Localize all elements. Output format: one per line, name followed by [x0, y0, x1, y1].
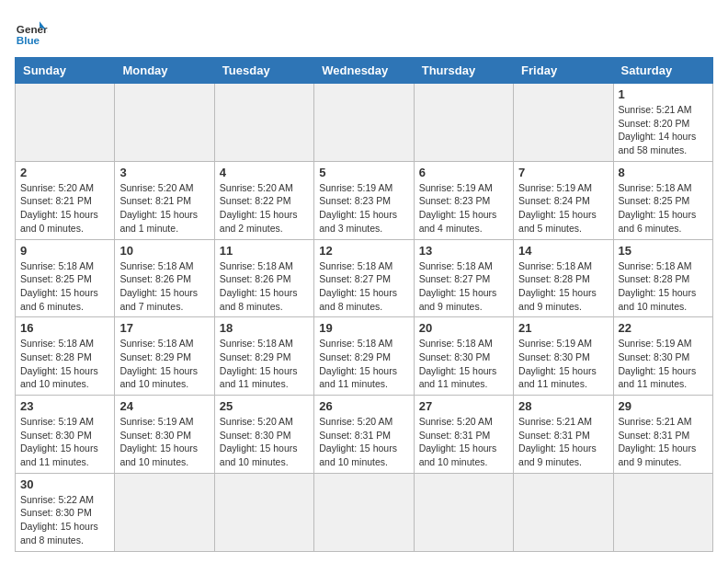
day-info: Sunrise: 5:19 AM Sunset: 8:30 PM Dayligh…: [119, 415, 209, 469]
calendar-cell: [514, 473, 613, 551]
calendar-cell: 10Sunrise: 5:18 AM Sunset: 8:26 PM Dayli…: [115, 239, 214, 317]
calendar-cell: 17Sunrise: 5:18 AM Sunset: 8:29 PM Dayli…: [115, 317, 214, 396]
day-info: Sunrise: 5:20 AM Sunset: 8:22 PM Dayligh…: [220, 181, 309, 236]
day-info: Sunrise: 5:18 AM Sunset: 8:30 PM Dayligh…: [419, 337, 508, 391]
day-number: 8: [619, 166, 708, 179]
day-info: Sunrise: 5:18 AM Sunset: 8:25 PM Dayligh…: [20, 259, 109, 314]
day-number: 29: [619, 399, 708, 413]
calendar-week-row: 23Sunrise: 5:19 AM Sunset: 8:30 PM Dayli…: [16, 396, 713, 474]
calendar-cell: 23Sunrise: 5:19 AM Sunset: 8:30 PM Dayli…: [16, 396, 115, 474]
day-number: 10: [119, 244, 209, 258]
calendar-cell: 30Sunrise: 5:22 AM Sunset: 8:30 PM Dayli…: [16, 473, 115, 551]
day-info: Sunrise: 5:19 AM Sunset: 8:23 PM Dayligh…: [419, 181, 508, 236]
weekday-header: Wednesday: [314, 58, 414, 84]
calendar-cell: 12Sunrise: 5:18 AM Sunset: 8:27 PM Dayli…: [314, 239, 414, 317]
day-number: 26: [319, 399, 408, 413]
calendar-cell: 4Sunrise: 5:20 AM Sunset: 8:22 PM Daylig…: [214, 161, 313, 239]
day-info: Sunrise: 5:22 AM Sunset: 8:30 PM Dayligh…: [20, 493, 109, 547]
calendar-cell: 14Sunrise: 5:18 AM Sunset: 8:28 PM Dayli…: [514, 239, 613, 317]
weekday-header: Thursday: [414, 58, 513, 84]
calendar-cell: [314, 84, 414, 162]
calendar-cell: [414, 84, 513, 162]
day-info: Sunrise: 5:18 AM Sunset: 8:29 PM Dayligh…: [319, 337, 408, 391]
calendar-cell: [115, 84, 214, 162]
calendar-cell: 29Sunrise: 5:21 AM Sunset: 8:31 PM Dayli…: [613, 396, 712, 474]
day-number: 18: [220, 321, 309, 335]
logo-icon: General Blue: [15, 15, 48, 48]
calendar-week-row: 1Sunrise: 5:21 AM Sunset: 8:20 PM Daylig…: [16, 84, 713, 162]
calendar-cell: 11Sunrise: 5:18 AM Sunset: 8:26 PM Dayli…: [214, 239, 313, 317]
day-number: 15: [619, 244, 708, 258]
calendar-cell: 1Sunrise: 5:21 AM Sunset: 8:20 PM Daylig…: [613, 84, 712, 162]
day-info: Sunrise: 5:20 AM Sunset: 8:21 PM Dayligh…: [20, 181, 109, 236]
day-number: 1: [619, 87, 708, 101]
day-info: Sunrise: 5:18 AM Sunset: 8:28 PM Dayligh…: [518, 259, 608, 314]
day-number: 12: [319, 244, 408, 258]
day-number: 9: [20, 244, 109, 258]
calendar-week-row: 9Sunrise: 5:18 AM Sunset: 8:25 PM Daylig…: [16, 239, 713, 317]
day-number: 4: [220, 166, 309, 179]
page-header: General Blue: [15, 15, 713, 48]
calendar-cell: 25Sunrise: 5:20 AM Sunset: 8:30 PM Dayli…: [214, 396, 313, 474]
day-number: 19: [319, 321, 408, 335]
calendar-cell: 8Sunrise: 5:18 AM Sunset: 8:25 PM Daylig…: [613, 161, 712, 239]
calendar-cell: 7Sunrise: 5:19 AM Sunset: 8:24 PM Daylig…: [514, 161, 613, 239]
weekday-header: Friday: [514, 58, 613, 84]
day-number: 2: [20, 166, 109, 179]
day-info: Sunrise: 5:18 AM Sunset: 8:27 PM Dayligh…: [419, 259, 508, 314]
day-info: Sunrise: 5:18 AM Sunset: 8:26 PM Dayligh…: [220, 259, 309, 314]
calendar-cell: 9Sunrise: 5:18 AM Sunset: 8:25 PM Daylig…: [16, 239, 115, 317]
calendar-cell: 6Sunrise: 5:19 AM Sunset: 8:23 PM Daylig…: [414, 161, 513, 239]
calendar-cell: 22Sunrise: 5:19 AM Sunset: 8:30 PM Dayli…: [613, 317, 712, 396]
day-number: 3: [119, 166, 209, 179]
calendar-cell: 28Sunrise: 5:21 AM Sunset: 8:31 PM Dayli…: [514, 396, 613, 474]
day-number: 28: [518, 399, 608, 413]
day-number: 13: [419, 244, 508, 258]
day-number: 6: [419, 166, 508, 179]
calendar-cell: 19Sunrise: 5:18 AM Sunset: 8:29 PM Dayli…: [314, 317, 414, 396]
day-number: 21: [518, 321, 608, 335]
weekday-header: Sunday: [16, 58, 115, 84]
calendar-cell: [414, 473, 513, 551]
day-info: Sunrise: 5:19 AM Sunset: 8:30 PM Dayligh…: [20, 415, 109, 469]
day-info: Sunrise: 5:20 AM Sunset: 8:30 PM Dayligh…: [220, 415, 309, 469]
day-info: Sunrise: 5:19 AM Sunset: 8:23 PM Dayligh…: [319, 181, 408, 236]
weekday-header: Saturday: [613, 58, 712, 84]
day-info: Sunrise: 5:20 AM Sunset: 8:21 PM Dayligh…: [119, 181, 209, 236]
day-number: 17: [119, 321, 209, 335]
day-number: 25: [220, 399, 309, 413]
weekday-header: Tuesday: [214, 58, 313, 84]
day-number: 14: [518, 244, 608, 258]
day-info: Sunrise: 5:19 AM Sunset: 8:24 PM Dayligh…: [518, 181, 608, 236]
calendar-cell: 16Sunrise: 5:18 AM Sunset: 8:28 PM Dayli…: [16, 317, 115, 396]
calendar-cell: 20Sunrise: 5:18 AM Sunset: 8:30 PM Dayli…: [414, 317, 513, 396]
calendar-cell: [214, 84, 313, 162]
day-info: Sunrise: 5:18 AM Sunset: 8:27 PM Dayligh…: [319, 259, 408, 314]
calendar-cell: 27Sunrise: 5:20 AM Sunset: 8:31 PM Dayli…: [414, 396, 513, 474]
calendar-cell: [613, 473, 712, 551]
day-number: 30: [20, 477, 109, 491]
calendar-header-row: SundayMondayTuesdayWednesdayThursdayFrid…: [16, 58, 713, 84]
day-number: 24: [119, 399, 209, 413]
calendar-week-row: 2Sunrise: 5:20 AM Sunset: 8:21 PM Daylig…: [16, 161, 713, 239]
calendar-cell: 3Sunrise: 5:20 AM Sunset: 8:21 PM Daylig…: [115, 161, 214, 239]
day-info: Sunrise: 5:19 AM Sunset: 8:30 PM Dayligh…: [619, 337, 708, 391]
day-number: 16: [20, 321, 109, 335]
day-info: Sunrise: 5:18 AM Sunset: 8:28 PM Dayligh…: [20, 337, 109, 391]
calendar-cell: [314, 473, 414, 551]
day-number: 7: [518, 166, 608, 179]
day-info: Sunrise: 5:19 AM Sunset: 8:30 PM Dayligh…: [518, 337, 608, 391]
day-number: 5: [319, 166, 408, 179]
day-info: Sunrise: 5:18 AM Sunset: 8:26 PM Dayligh…: [119, 259, 209, 314]
day-info: Sunrise: 5:18 AM Sunset: 8:25 PM Dayligh…: [619, 181, 708, 236]
day-info: Sunrise: 5:18 AM Sunset: 8:29 PM Dayligh…: [119, 337, 209, 391]
day-info: Sunrise: 5:21 AM Sunset: 8:20 PM Dayligh…: [619, 103, 708, 157]
day-info: Sunrise: 5:21 AM Sunset: 8:31 PM Dayligh…: [619, 415, 708, 469]
calendar-cell: 18Sunrise: 5:18 AM Sunset: 8:29 PM Dayli…: [214, 317, 313, 396]
day-info: Sunrise: 5:18 AM Sunset: 8:28 PM Dayligh…: [619, 259, 708, 314]
calendar-cell: 24Sunrise: 5:19 AM Sunset: 8:30 PM Dayli…: [115, 396, 214, 474]
day-number: 20: [419, 321, 508, 335]
calendar-cell: 15Sunrise: 5:18 AM Sunset: 8:28 PM Dayli…: [613, 239, 712, 317]
weekday-header: Monday: [115, 58, 214, 84]
calendar-cell: 13Sunrise: 5:18 AM Sunset: 8:27 PM Dayli…: [414, 239, 513, 317]
